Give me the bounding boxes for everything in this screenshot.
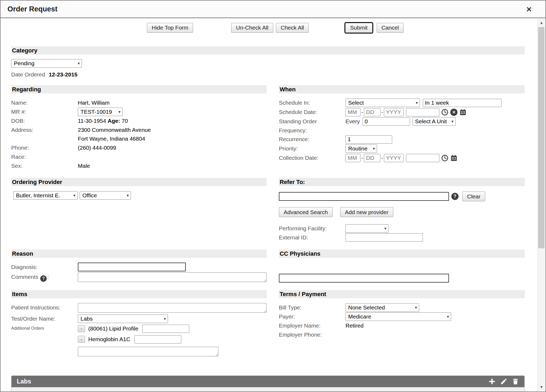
order-value-input[interactable] xyxy=(142,325,189,333)
reason-header: Reason xyxy=(11,250,267,258)
remove-order-button[interactable]: - xyxy=(78,325,85,332)
add-new-provider-button[interactable]: Add new provider xyxy=(340,207,393,217)
order-value-input[interactable] xyxy=(134,335,181,344)
external-id-input[interactable] xyxy=(346,233,423,242)
schedule-in-text-input[interactable] xyxy=(423,99,501,107)
clock-icon[interactable] xyxy=(441,154,448,162)
calendar-icon[interactable] xyxy=(459,109,467,116)
unit-select-value: Select A Unit xyxy=(415,118,447,125)
payer-select[interactable]: Medicare ▾ xyxy=(346,312,451,321)
schedule-in-label: Schedule In: xyxy=(279,100,346,106)
items-header: Items xyxy=(11,290,267,298)
schedule-date-yyyy-input[interactable] xyxy=(384,108,404,116)
patient-name: Hart, William xyxy=(78,100,110,106)
chevron-down-icon: ▾ xyxy=(73,193,75,198)
provider-select[interactable]: Butler, Internist E. ▾ xyxy=(13,191,78,200)
bill-type-select[interactable]: None Selected ▾ xyxy=(346,303,419,312)
clock-icon[interactable] xyxy=(441,109,448,116)
phone-value: (260) 444-0099 xyxy=(78,145,116,151)
scroll-up-icon[interactable]: ▲ xyxy=(538,19,545,27)
schedule-date-mm-input[interactable] xyxy=(346,108,360,116)
uncheck-all-button[interactable]: Un-Check All xyxy=(231,23,273,33)
labs-panel-title: Labs xyxy=(17,378,488,385)
refer-to-header: Refer To: xyxy=(279,178,525,186)
frequency-label: Frequency: xyxy=(279,127,346,134)
section-ordering-provider: Ordering Provider Butler, Internist E. ▾… xyxy=(11,178,267,250)
scrollbar-thumb[interactable] xyxy=(538,27,544,248)
standing-order-label: Standing Order xyxy=(279,118,346,125)
date-ordered-line: Date Ordered 12-23-2015 xyxy=(11,71,525,78)
performing-facility-select[interactable]: ▾ xyxy=(346,224,388,233)
terms-payment-header: Terms / Payment xyxy=(279,290,525,298)
clear-button[interactable]: Clear xyxy=(462,191,485,201)
payer-value: Medicare xyxy=(348,313,371,320)
diagnosis-label: Diagnosis: xyxy=(11,264,78,270)
calendar-icon[interactable] xyxy=(450,154,457,162)
section-regarding: Regarding Name: Hart, William MR #: TEST… xyxy=(11,85,267,178)
check-all-button[interactable]: Check All xyxy=(276,23,309,33)
name-label: Name: xyxy=(11,100,78,106)
chevron-down-icon: ▾ xyxy=(416,100,418,105)
provider-location-select[interactable]: Office ▾ xyxy=(80,191,131,200)
chevron-down-icon: ▾ xyxy=(373,146,375,151)
collection-date-time-input[interactable] xyxy=(406,154,439,162)
toolbar: Hide Top Form Un-Check All Check All Sub… xyxy=(1,18,545,37)
schedule-date-time-input[interactable] xyxy=(406,108,439,116)
schedule-in-select-value: Select xyxy=(348,100,364,106)
category-select[interactable]: Pending ▾ xyxy=(11,59,82,68)
collection-date-yyyy-input[interactable] xyxy=(384,154,404,162)
priority-select[interactable]: Routine ▾ xyxy=(346,144,377,153)
when-header: When xyxy=(279,85,525,93)
collection-date-dd-input[interactable] xyxy=(364,154,380,162)
help-icon[interactable]: ? xyxy=(40,275,47,282)
performing-facility-label: Performing Facility: xyxy=(279,225,346,232)
edit-icon[interactable] xyxy=(500,378,507,385)
schedule-in-select[interactable]: Select ▾ xyxy=(346,99,420,107)
every-input[interactable] xyxy=(363,117,410,126)
test-order-select[interactable]: Labs ▾ xyxy=(78,315,168,323)
provider-location-value: Office xyxy=(82,192,97,199)
additional-orders-textarea[interactable] xyxy=(78,347,218,356)
cc-physicians-input[interactable] xyxy=(279,274,449,283)
ordering-provider-header: Ordering Provider xyxy=(11,178,267,186)
cancel-button[interactable]: Cancel xyxy=(377,23,404,33)
priority-select-value: Routine xyxy=(348,145,367,152)
advanced-search-button[interactable]: Advanced Search xyxy=(279,207,333,217)
comments-textarea[interactable] xyxy=(78,272,267,282)
age-label: Age: xyxy=(108,118,120,124)
phone-label: Phone: xyxy=(11,145,78,151)
address-label: Address: xyxy=(11,125,78,134)
chevron-down-icon: ▾ xyxy=(78,61,80,66)
patient-instructions-textarea[interactable] xyxy=(78,303,267,313)
submit-button[interactable]: Submit xyxy=(345,23,372,33)
diagnosis-input[interactable] xyxy=(78,263,186,271)
comments-label: Comments ?: xyxy=(11,272,78,282)
hide-top-form-button[interactable]: Hide Top Form xyxy=(147,23,193,33)
dob-value: 11-30-1954 Age: 70 xyxy=(78,118,128,124)
chevron-down-icon: ▾ xyxy=(127,193,129,198)
help-icon[interactable]: ? xyxy=(451,193,459,200)
clear-date-icon[interactable]: × xyxy=(450,109,457,116)
page-title: Order Request xyxy=(7,5,58,13)
labs-panel: Labs Blood xyxy=(11,375,525,392)
sex-value: Male xyxy=(78,163,90,169)
dob-label: DOB: xyxy=(11,118,78,124)
recurrence-input[interactable] xyxy=(346,135,392,144)
labs-panel-header: Labs xyxy=(11,376,524,387)
section-reason: Reason Diagnosis: Comments ?: xyxy=(11,250,267,290)
every-label: Every xyxy=(346,118,360,125)
delete-icon[interactable] xyxy=(512,378,519,385)
mr-select[interactable]: TEST-10019 ▾ xyxy=(78,108,123,116)
scroll-down-icon[interactable]: ▼ xyxy=(538,383,545,391)
external-id-label: External ID: xyxy=(279,234,346,241)
schedule-date-dd-input[interactable] xyxy=(364,108,380,116)
regarding-header: Regarding xyxy=(11,85,267,93)
vertical-scrollbar[interactable]: ▲ ▼ xyxy=(537,19,545,391)
unit-select[interactable]: Select A Unit ▾ xyxy=(412,117,456,126)
remove-order-button[interactable]: - xyxy=(78,336,85,343)
mr-select-value: TEST-10019 xyxy=(81,109,112,115)
close-icon[interactable]: × xyxy=(525,5,533,14)
add-icon[interactable] xyxy=(488,378,496,385)
refer-to-search-input[interactable] xyxy=(279,192,449,201)
collection-date-mm-input[interactable] xyxy=(346,154,360,162)
